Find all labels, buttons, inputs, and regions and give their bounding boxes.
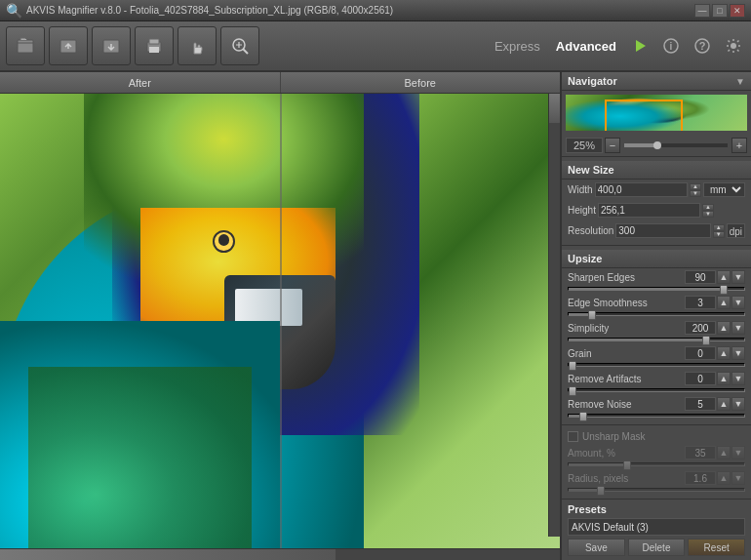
edge-smoothness-slider-row bbox=[562, 311, 751, 319]
zoom-controls: 25% − + bbox=[562, 135, 751, 157]
open-file-button[interactable] bbox=[6, 26, 45, 65]
resolution-increment-button[interactable]: ▲ bbox=[713, 224, 725, 231]
width-unit-select[interactable]: mmpxincm bbox=[703, 182, 745, 197]
grain-increment[interactable]: ▼ bbox=[731, 346, 745, 360]
simplicity-decrement[interactable]: ▲ bbox=[717, 321, 731, 335]
upsize-title: Upsize bbox=[562, 250, 751, 268]
remove-artifacts-increment[interactable]: ▼ bbox=[731, 372, 745, 385]
before-label: Before bbox=[281, 72, 561, 93]
zoom-tool-button[interactable] bbox=[220, 26, 259, 65]
titlebar-controls: — □ ✕ bbox=[694, 4, 745, 18]
simplicity-increment[interactable]: ▼ bbox=[731, 321, 745, 335]
simplicity-slider[interactable] bbox=[568, 338, 745, 341]
remove-noise-value: 5 bbox=[685, 397, 716, 411]
grain-decrement[interactable]: ▲ bbox=[717, 346, 731, 360]
zoom-slider[interactable] bbox=[624, 143, 728, 147]
svg-marker-7 bbox=[636, 40, 646, 52]
radius-label: Radius, pixels bbox=[568, 473, 685, 484]
grain-slider[interactable] bbox=[568, 363, 745, 367]
remove-artifacts-value: 0 bbox=[685, 372, 716, 385]
radius-value: 1.6 bbox=[685, 471, 716, 485]
edge-smoothness-decrement[interactable]: ▲ bbox=[717, 296, 731, 309]
unsharp-mask-checkbox[interactable] bbox=[568, 431, 578, 442]
remove-artifacts-slider-row bbox=[562, 387, 751, 395]
remove-artifacts-label: Remove Artifacts bbox=[568, 374, 685, 384]
width-input[interactable] bbox=[595, 182, 688, 197]
remove-artifacts-decrement[interactable]: ▲ bbox=[717, 372, 731, 385]
hand-tool-button[interactable] bbox=[178, 26, 217, 65]
preset-name-input[interactable] bbox=[568, 518, 745, 536]
grain-thumb bbox=[569, 361, 576, 371]
image-canvas[interactable] bbox=[0, 94, 560, 548]
minimize-button[interactable]: — bbox=[694, 4, 710, 18]
amount-label: Amount, % bbox=[568, 448, 685, 459]
zoom-out-button[interactable]: − bbox=[605, 138, 620, 153]
svg-rect-0 bbox=[18, 40, 33, 53]
resolution-input[interactable] bbox=[615, 223, 710, 238]
run-button[interactable] bbox=[628, 34, 652, 58]
help-button[interactable]: ? bbox=[691, 34, 714, 58]
mode-tabs: Express Advanced i ? bbox=[491, 34, 745, 58]
width-spinner: ▲ ▼ bbox=[690, 183, 701, 197]
presets-section: Presets Save Delete Reset bbox=[562, 500, 751, 560]
preferences-button[interactable] bbox=[722, 34, 745, 58]
sharpen-edges-increment[interactable]: ▼ bbox=[731, 270, 745, 284]
amount-slider bbox=[568, 462, 745, 466]
reset-preset-button[interactable]: Reset bbox=[688, 539, 745, 556]
resolution-decrement-button[interactable]: ▼ bbox=[713, 231, 725, 238]
vertical-scrollbar[interactable] bbox=[548, 94, 560, 537]
sharpen-edges-value: 90 bbox=[685, 270, 716, 284]
simplicity-value: 200 bbox=[685, 321, 716, 335]
edge-smoothness-slider[interactable] bbox=[568, 312, 745, 316]
print-button[interactable] bbox=[135, 26, 174, 65]
height-input[interactable] bbox=[598, 203, 700, 218]
save-after-button[interactable] bbox=[92, 26, 131, 65]
close-button[interactable]: ✕ bbox=[730, 4, 745, 18]
remove-artifacts-thumb bbox=[569, 386, 576, 396]
zoom-slider-thumb bbox=[653, 141, 661, 149]
preset-buttons: Save Delete Reset bbox=[568, 539, 745, 556]
remove-artifacts-slider[interactable] bbox=[568, 388, 745, 392]
zoom-in-button[interactable]: + bbox=[731, 138, 747, 153]
width-increment-button[interactable]: ▲ bbox=[690, 183, 701, 190]
open-before-button[interactable] bbox=[49, 26, 88, 65]
horizontal-scrollbar[interactable] bbox=[0, 548, 560, 560]
simplicity-slider-row bbox=[562, 337, 751, 344]
height-decrement-button[interactable]: ▼ bbox=[702, 211, 714, 218]
height-label: Height bbox=[568, 205, 596, 216]
grain-row: Grain 0 ▲ ▼ bbox=[562, 344, 751, 362]
unsharp-mask-section: Unsharp Mask Amount, % 35 ▲ ▼ Radius, pi… bbox=[562, 425, 751, 500]
height-increment-button[interactable]: ▲ bbox=[702, 204, 714, 211]
remove-noise-decrement[interactable]: ▲ bbox=[717, 397, 731, 411]
remove-noise-increment[interactable]: ▼ bbox=[731, 397, 745, 411]
save-preset-button[interactable]: Save bbox=[568, 539, 625, 556]
navigator-header: Navigator ▼ bbox=[562, 72, 751, 91]
edge-smoothness-increment[interactable]: ▼ bbox=[731, 296, 745, 309]
radius-slider-row bbox=[562, 487, 751, 495]
info-button[interactable]: i bbox=[659, 34, 683, 58]
width-label: Width bbox=[568, 184, 593, 195]
advanced-tab[interactable]: Advanced bbox=[552, 37, 620, 56]
resolution-label: Resolution bbox=[568, 225, 613, 236]
delete-preset-button[interactable]: Delete bbox=[628, 539, 686, 556]
amount-fill bbox=[569, 463, 630, 465]
sharpen-edges-slider[interactable] bbox=[568, 287, 745, 291]
grain-label: Grain bbox=[568, 348, 685, 359]
navigator-collapse-button[interactable]: ▼ bbox=[735, 76, 745, 87]
resolution-grid: Resolution ▲ ▼ dpi bbox=[562, 220, 751, 241]
right-panel: Navigator ▼ 25% − + New Size Width ▲ bbox=[560, 72, 751, 560]
edge-smoothness-label: Edge Smoothness bbox=[568, 298, 685, 308]
grain-slider-row bbox=[562, 362, 751, 370]
new-size-section: New Size Width ▲ ▼ mmpxincm Height ▲ ▼ bbox=[562, 157, 751, 246]
sharpen-edges-decrement[interactable]: ▲ bbox=[717, 270, 731, 284]
express-tab[interactable]: Express bbox=[491, 37, 544, 56]
svg-rect-4 bbox=[149, 47, 159, 53]
maximize-button[interactable]: □ bbox=[712, 4, 728, 18]
upsize-section: Upsize Sharpen Edges 90 ▲ ▼ Edge Smoothn… bbox=[562, 246, 751, 425]
amount-slider-row bbox=[562, 461, 751, 469]
width-decrement-button[interactable]: ▼ bbox=[690, 190, 701, 197]
main-content: After Before bbox=[0, 72, 751, 560]
presets-title: Presets bbox=[568, 503, 745, 515]
new-size-title: New Size bbox=[562, 161, 751, 180]
remove-noise-slider[interactable] bbox=[568, 414, 745, 418]
